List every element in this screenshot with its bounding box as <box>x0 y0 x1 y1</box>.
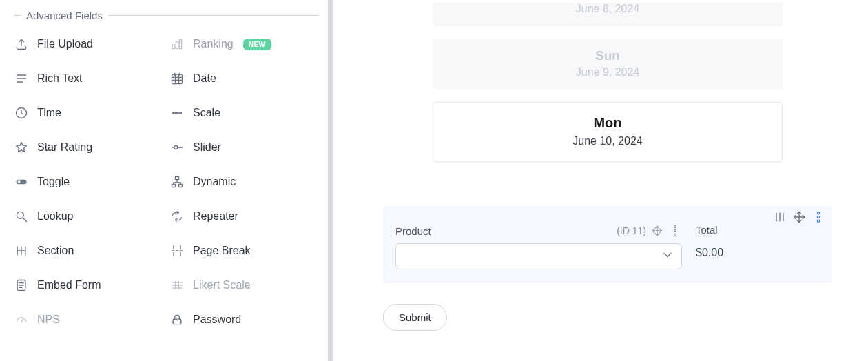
submit-button[interactable]: Submit <box>383 304 447 331</box>
field-lookup[interactable]: Lookup <box>14 209 163 224</box>
svg-point-65 <box>674 230 676 232</box>
field-repeater[interactable]: Repeater <box>169 209 318 224</box>
repeater-icon <box>169 209 185 224</box>
product-label: Product <box>395 225 431 237</box>
svg-rect-2 <box>179 39 181 48</box>
svg-point-66 <box>674 234 676 236</box>
day-date: June 10, 2024 <box>433 135 782 147</box>
gauge-icon <box>14 312 29 327</box>
field-label: File Upload <box>37 38 93 50</box>
field-likert-scale: Likert Scale <box>169 278 318 293</box>
field-label: Dynamic <box>193 176 236 188</box>
move-icon[interactable] <box>792 210 806 224</box>
upload-icon <box>14 37 29 52</box>
total-field: Total $0.00 <box>696 224 820 269</box>
product-field: Product (ID 11) <box>395 224 682 269</box>
fields-grid: File Upload Ranking NEW Rich Text Date <box>14 37 318 327</box>
day-card-mon[interactable]: Mon June 10, 2024 <box>433 102 783 162</box>
richtext-icon <box>14 71 29 86</box>
svg-rect-0 <box>172 45 174 49</box>
scale-icon <box>169 105 185 121</box>
product-id-label: (ID 11) <box>617 225 646 236</box>
fields-sidebar: Advanced Fields File Upload Ranking NEW … <box>0 0 333 361</box>
svg-rect-6 <box>172 74 183 83</box>
search-icon <box>14 209 29 224</box>
field-label: Page Break <box>193 245 251 257</box>
clock-icon <box>14 105 29 121</box>
field-file-upload[interactable]: File Upload <box>14 37 163 52</box>
chevron-down-icon <box>661 248 674 265</box>
field-nps: NPS <box>14 312 163 327</box>
field-label: Lookup <box>37 210 74 223</box>
pagebreak-icon <box>169 243 185 258</box>
slider-icon <box>169 140 185 155</box>
field-label: Toggle <box>37 176 70 188</box>
more-icon[interactable] <box>668 224 682 238</box>
day-name: Sun <box>433 48 783 63</box>
field-label: Scale <box>193 107 220 119</box>
field-label: Rich Text <box>37 72 83 85</box>
submit-label: Submit <box>399 311 431 323</box>
svg-point-20 <box>174 146 178 149</box>
svg-rect-53 <box>173 319 181 324</box>
field-label: Date <box>193 72 216 85</box>
dynamic-icon <box>169 174 185 189</box>
columns-icon[interactable] <box>773 210 787 224</box>
field-section[interactable]: Section <box>14 243 163 258</box>
svg-line-52 <box>21 319 23 322</box>
field-date[interactable]: Date <box>169 71 318 86</box>
svg-marker-18 <box>17 143 27 152</box>
svg-point-59 <box>817 212 819 214</box>
field-label: Slider <box>193 141 221 154</box>
field-star-rating[interactable]: Star Rating <box>14 140 163 155</box>
toggle-icon <box>14 174 29 189</box>
svg-point-60 <box>817 216 819 218</box>
field-ranking: Ranking NEW <box>169 37 318 52</box>
more-icon[interactable] <box>812 210 825 224</box>
svg-point-31 <box>17 212 23 218</box>
field-label: Likert Scale <box>193 279 251 291</box>
form-canvas: June 8, 2024 Sun June 9, 2024 Mon June 1… <box>333 0 868 361</box>
field-page-break[interactable]: Page Break <box>169 243 318 258</box>
svg-point-61 <box>817 220 819 222</box>
day-card-sun[interactable]: Sun June 9, 2024 <box>433 39 783 90</box>
ranking-icon <box>169 37 185 52</box>
field-dynamic[interactable]: Dynamic <box>169 174 318 189</box>
svg-rect-1 <box>176 42 178 49</box>
svg-point-23 <box>18 180 21 183</box>
svg-line-32 <box>23 218 27 222</box>
field-slider[interactable]: Slider <box>169 140 318 155</box>
field-label: Password <box>193 313 241 326</box>
move-icon[interactable] <box>650 224 664 238</box>
likert-icon <box>169 278 185 293</box>
new-badge: NEW <box>243 39 271 50</box>
day-date: June 8, 2024 <box>433 3 783 15</box>
field-rich-text[interactable]: Rich Text <box>14 71 163 86</box>
embed-icon <box>14 278 29 293</box>
field-scale[interactable]: Scale <box>169 105 318 121</box>
field-embed-form[interactable]: Embed Form <box>14 278 163 293</box>
block-toolbar <box>773 210 825 224</box>
field-label: Section <box>37 245 74 257</box>
field-password[interactable]: Password <box>169 312 318 327</box>
field-label: Star Rating <box>37 141 92 154</box>
total-value: $0.00 <box>696 241 820 259</box>
field-toggle[interactable]: Toggle <box>14 174 163 189</box>
field-label: Embed Form <box>37 279 101 291</box>
product-block[interactable]: Product (ID 11) <box>383 206 832 283</box>
day-name: Mon <box>433 115 782 131</box>
field-label: Ranking <box>193 38 234 50</box>
total-label: Total <box>696 224 718 236</box>
field-time[interactable]: Time <box>14 105 163 121</box>
calendar-icon <box>169 71 185 86</box>
section-icon <box>14 243 29 258</box>
svg-point-64 <box>674 226 676 228</box>
field-label: Time <box>37 107 61 119</box>
field-label: Repeater <box>193 210 238 223</box>
day-card-sat[interactable]: June 8, 2024 <box>433 3 783 26</box>
product-select[interactable] <box>395 243 682 269</box>
star-icon <box>14 140 29 155</box>
lock-icon <box>169 312 185 327</box>
section-label: Advanced Fields <box>26 10 103 21</box>
section-header: Advanced Fields <box>14 10 318 21</box>
